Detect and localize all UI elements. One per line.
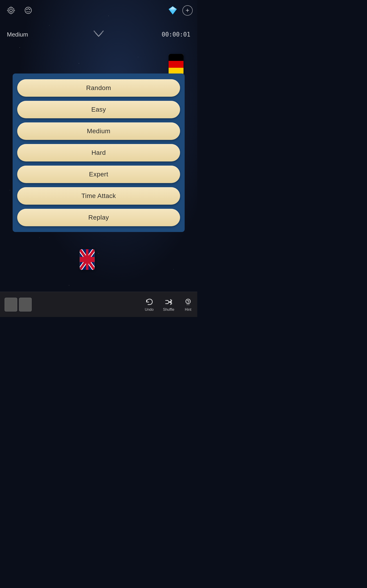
tile-preview-2: [19, 298, 32, 311]
palette-button[interactable]: [22, 4, 34, 17]
shuffle-button[interactable]: Shuffle: [163, 297, 174, 312]
svg-point-0: [10, 9, 12, 12]
replay-button[interactable]: Replay: [17, 209, 180, 226]
undo-icon: [144, 297, 154, 307]
uk-flag-card[interactable]: [80, 249, 95, 270]
diamond-button[interactable]: [166, 4, 179, 17]
toolbar-actions: Undo Shuffle Hin: [144, 297, 193, 312]
svg-point-1: [25, 7, 31, 14]
bottom-toolbar: Undo Shuffle Hin: [0, 292, 197, 317]
svg-point-8: [186, 299, 190, 304]
tile-preview-1: [5, 298, 17, 311]
timer-display: 00:00:01: [162, 31, 190, 38]
german-flag: [169, 54, 184, 75]
svg-point-2: [26, 9, 27, 10]
difficulty-menu: Random Easy Medium Hard Expert Time Atta…: [13, 73, 185, 232]
shuffle-label: Shuffle: [163, 308, 174, 312]
top-bar-right: +: [166, 4, 193, 17]
settings-button[interactable]: [5, 4, 17, 17]
plus-button[interactable]: +: [182, 5, 193, 16]
hint-button[interactable]: Hint: [184, 297, 193, 312]
undo-button[interactable]: Undo: [144, 297, 154, 312]
random-button[interactable]: Random: [17, 79, 180, 97]
uk-flag: [80, 249, 95, 270]
center-chevron-icon: [93, 30, 104, 39]
hard-button[interactable]: Hard: [17, 144, 180, 162]
tile-preview-area: [5, 298, 32, 311]
time-attack-button[interactable]: Time Attack: [17, 187, 180, 205]
hint-label: Hint: [185, 308, 191, 312]
top-bar: +: [0, 0, 197, 21]
easy-button[interactable]: Easy: [17, 101, 180, 118]
hint-icon: [184, 297, 193, 307]
svg-point-9: [188, 303, 189, 304]
difficulty-label: Medium: [7, 31, 28, 38]
undo-label: Undo: [145, 308, 153, 312]
plus-icon: +: [186, 7, 189, 14]
flag-stripe-red: [169, 61, 184, 68]
flag-stripe-black: [169, 54, 184, 61]
expert-button[interactable]: Expert: [17, 166, 180, 183]
german-flag-card[interactable]: [169, 54, 184, 75]
svg-point-4: [29, 9, 30, 10]
uk-flag-cross-vertical: [86, 249, 89, 270]
diamond-icon: [168, 6, 177, 15]
gear-icon: [6, 6, 16, 15]
top-bar-left: [5, 4, 34, 17]
medium-button[interactable]: Medium: [17, 122, 180, 140]
palette-icon: [24, 6, 33, 15]
svg-point-3: [27, 8, 29, 9]
shuffle-icon: [164, 297, 173, 307]
